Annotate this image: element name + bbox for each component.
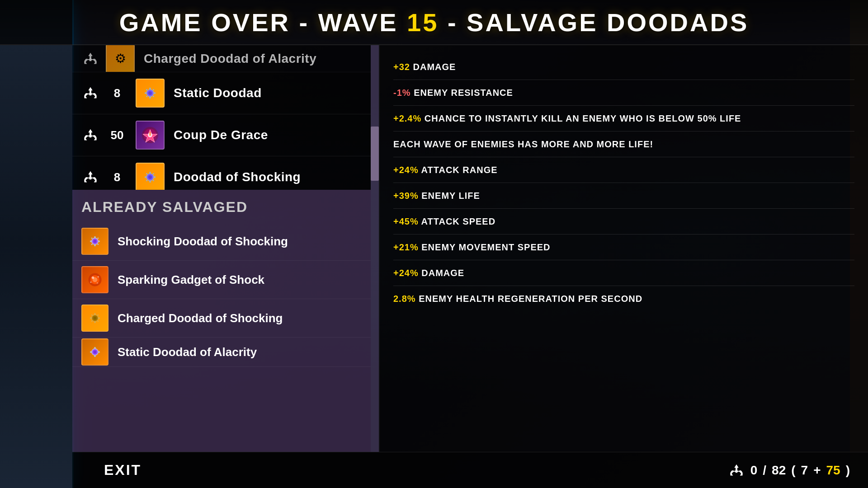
bottom-bar: EXIT 0 / 82 ( 7 + 75 ) — [72, 452, 868, 488]
stat-row: -1% ENEMY RESISTANCE — [393, 80, 854, 106]
stat-suffix: CHANCE TO INSTANTLY KILL AN ENEMY WHO IS… — [421, 113, 741, 123]
stat-suffix: EACH WAVE OF ENEMIES HAS MORE AND MORE L… — [393, 139, 653, 149]
counter-max: 82 — [772, 463, 786, 478]
svg-rect-51 — [97, 320, 99, 322]
svg-point-16 — [148, 175, 152, 179]
list-item[interactable]: 8 — [72, 72, 371, 114]
stat-row: +32 DAMAGE — [393, 54, 854, 80]
recycle-icon — [81, 126, 99, 144]
svg-rect-27 — [90, 240, 92, 242]
svg-rect-24 — [153, 180, 154, 181]
stat-prefix: +39% — [393, 191, 419, 201]
main-content: ⚙ Charged Doodad of Alacrity 8 — [72, 45, 868, 452]
salvaged-item-name: Charged Doodad of Shocking — [118, 311, 283, 325]
svg-rect-18 — [154, 176, 156, 178]
svg-rect-7 — [153, 89, 154, 90]
svg-point-38 — [92, 277, 94, 279]
counter-bonus: 75 — [826, 463, 840, 478]
salvaged-item-name: Sparking Gadget of Shock — [118, 273, 264, 287]
stat-row: +21% ENEMY MOVEMENT SPEED — [393, 235, 854, 260]
svg-rect-8 — [146, 96, 147, 97]
item-name: Doodad of Shocking — [174, 170, 301, 184]
svg-rect-4 — [149, 88, 151, 89]
list-item[interactable]: ⚙ Charged Doodad of Alacrity — [72, 45, 371, 72]
salvage-list: ⚙ Charged Doodad of Alacrity 8 — [72, 45, 371, 190]
counter-base: 7 — [801, 463, 808, 478]
stat-text: 2.8% ENEMY HEALTH REGENERATION PER SECON… — [393, 292, 854, 305]
counter-current: 0 — [750, 463, 758, 478]
item-icon — [136, 79, 165, 108]
svg-rect-55 — [98, 351, 100, 353]
svg-rect-34 — [97, 244, 99, 245]
item-icon: ⚙ — [106, 45, 135, 72]
svg-rect-22 — [153, 173, 154, 174]
scroll-thumb[interactable] — [371, 127, 379, 181]
list-item: Charged Doodad of Shocking — [72, 299, 371, 338]
salvaged-item-icon — [81, 266, 108, 293]
scrollbar[interactable] — [371, 45, 379, 452]
salvage-counter: 0 / 82 ( 7 + 75 ) — [728, 462, 850, 479]
stat-prefix: +24% — [393, 165, 419, 175]
exit-button[interactable]: EXIT — [90, 458, 155, 482]
stat-text: +2.4% CHANCE TO INSTANTLY KILL AN ENEMY … — [393, 112, 854, 125]
item-icon — [136, 121, 165, 150]
svg-rect-21 — [146, 173, 147, 174]
svg-point-41 — [97, 282, 99, 284]
svg-rect-46 — [94, 313, 96, 315]
stat-text: +21% ENEMY MOVEMENT SPEED — [393, 241, 854, 253]
svg-point-53 — [93, 350, 96, 353]
stat-row: +24% DAMAGE — [393, 260, 854, 286]
recycle-icon — [81, 84, 99, 102]
stat-prefix: +24% — [393, 268, 419, 278]
item-count: 50 — [106, 128, 128, 142]
item-count: 8 — [106, 170, 128, 184]
svg-rect-20 — [149, 181, 151, 183]
salvaged-item-name: Static Doodad of Alacrity — [118, 345, 257, 359]
left-panel: ⚙ Charged Doodad of Alacrity 8 — [72, 45, 371, 452]
svg-rect-33 — [91, 244, 93, 245]
counter-close-paren: ) — [846, 463, 850, 478]
counter-open-paren: ( — [791, 463, 795, 478]
page-title: GAME OVER - WAVE 15 - SALVAGE DOODADS — [119, 8, 749, 37]
svg-rect-30 — [94, 244, 96, 246]
stat-row: +39% ENEMY LIFE — [393, 183, 854, 209]
svg-point-43 — [93, 316, 96, 319]
svg-rect-48 — [91, 314, 93, 316]
stat-prefix: +32 — [393, 62, 410, 72]
stat-prefix: +45% — [393, 216, 419, 226]
item-count: 8 — [106, 86, 128, 100]
stat-suffix: ENEMY HEALTH REGENERATION PER SECOND — [416, 294, 643, 304]
svg-rect-2 — [145, 92, 146, 94]
stat-suffix: ENEMY RESISTANCE — [411, 88, 513, 98]
item-name: Coup De Grace — [174, 128, 268, 142]
counter-plus: + — [813, 463, 821, 478]
salvaged-item-icon — [81, 305, 108, 332]
item-name: Charged Doodad of Alacrity — [144, 52, 316, 66]
list-item[interactable]: 8 — [72, 156, 371, 190]
list-item: Sparking Gadget of Shock — [72, 261, 371, 299]
stat-row: +24% ATTACK RANGE — [393, 157, 854, 183]
recycle-counter-icon — [728, 462, 745, 479]
list-item[interactable]: 50 Coup De Grace — [72, 114, 371, 156]
header: GAME OVER - WAVE 15 - SALVAGE DOODADS — [0, 0, 868, 45]
svg-point-40 — [90, 282, 92, 283]
stat-text: +24% ATTACK RANGE — [393, 164, 854, 176]
title-part1: GAME OVER - WAVE — [119, 8, 407, 37]
svg-rect-57 — [94, 355, 96, 357]
svg-point-1 — [148, 91, 152, 95]
stat-text: -1% ENEMY RESISTANCE — [393, 86, 854, 99]
stat-row: 2.8% ENEMY HEALTH REGENERATION PER SECON… — [393, 286, 854, 311]
svg-rect-17 — [145, 176, 146, 178]
already-salvaged-section: ALREADY SALVAGED — [72, 190, 371, 452]
stat-row: +45% ATTACK SPEED — [393, 209, 854, 235]
svg-rect-28 — [98, 240, 100, 242]
svg-point-39 — [97, 276, 99, 278]
svg-rect-49 — [97, 314, 99, 316]
svg-rect-6 — [146, 89, 147, 90]
stat-text: +24% DAMAGE — [393, 267, 854, 279]
svg-rect-47 — [94, 321, 96, 323]
stat-prefix: -1% — [393, 88, 411, 98]
svg-rect-54 — [90, 351, 92, 353]
list-item: Shocking Doodad of Shocking — [72, 222, 371, 261]
recycle-icon — [81, 50, 99, 68]
